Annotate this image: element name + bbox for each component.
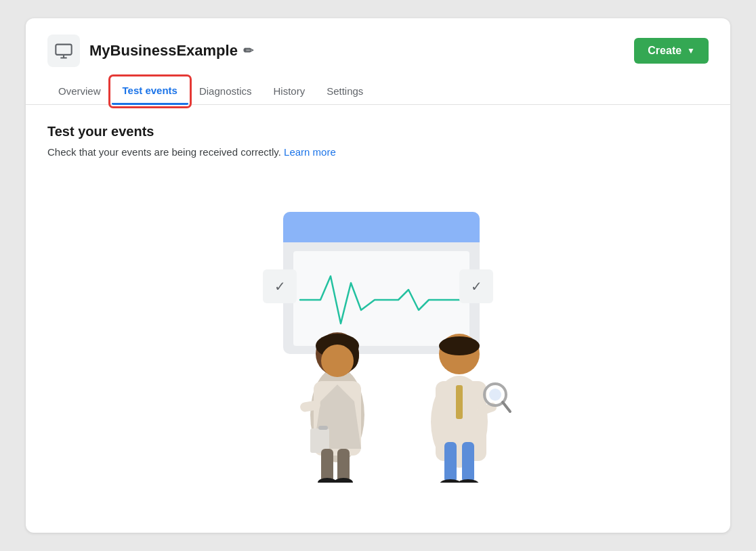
svg-rect-29 — [462, 442, 474, 483]
svg-rect-21 — [337, 449, 350, 483]
learn-more-link[interactable]: Learn more — [284, 146, 336, 158]
nav-tabs: Overview Test events Diagnostics History… — [26, 78, 730, 105]
main-content: Test your events Check that your events … — [26, 105, 730, 502]
tab-overview[interactable]: Overview — [47, 79, 112, 104]
svg-rect-20 — [321, 449, 333, 483]
app-name-container: MyBusinessExample ✏ — [89, 42, 253, 60]
svg-point-36 — [457, 479, 479, 483]
monitor-icon — [54, 41, 73, 60]
main-card: MyBusinessExample ✏ Create ▼ Overview Te… — [26, 18, 730, 533]
page-title: Test your events — [47, 124, 709, 139]
create-button[interactable]: Create ▼ — [634, 38, 709, 64]
illustration: ✓ ✓ — [168, 171, 588, 483]
svg-text:✓: ✓ — [471, 279, 482, 294]
svg-point-35 — [440, 479, 461, 483]
svg-line-34 — [503, 402, 510, 412]
svg-rect-3 — [283, 234, 480, 242]
tab-test-events[interactable]: Test events — [112, 78, 188, 105]
illustration-container: ✓ ✓ — [47, 171, 709, 483]
create-label: Create — [648, 45, 681, 57]
edit-icon[interactable]: ✏ — [243, 43, 253, 58]
svg-rect-0 — [56, 45, 71, 55]
svg-point-23 — [334, 478, 353, 483]
svg-point-33 — [489, 389, 501, 401]
tab-history[interactable]: History — [263, 79, 316, 104]
svg-rect-19 — [318, 426, 328, 430]
tab-diagnostics[interactable]: Diagnostics — [188, 79, 263, 104]
svg-text:✓: ✓ — [274, 279, 286, 294]
svg-rect-4 — [293, 251, 469, 346]
app-icon — [47, 35, 80, 67]
tab-settings[interactable]: Settings — [316, 79, 374, 104]
svg-point-26 — [439, 336, 480, 355]
svg-point-13 — [321, 345, 354, 377]
svg-rect-28 — [444, 442, 457, 483]
svg-rect-30 — [456, 385, 463, 419]
app-name-text: MyBusinessExample — [89, 42, 238, 60]
chevron-down-icon: ▼ — [687, 46, 695, 56]
header: MyBusinessExample ✏ Create ▼ — [26, 18, 730, 67]
svg-point-22 — [318, 478, 337, 483]
page-description: Check that your events are being receive… — [47, 146, 709, 158]
header-left: MyBusinessExample ✏ — [47, 35, 253, 67]
